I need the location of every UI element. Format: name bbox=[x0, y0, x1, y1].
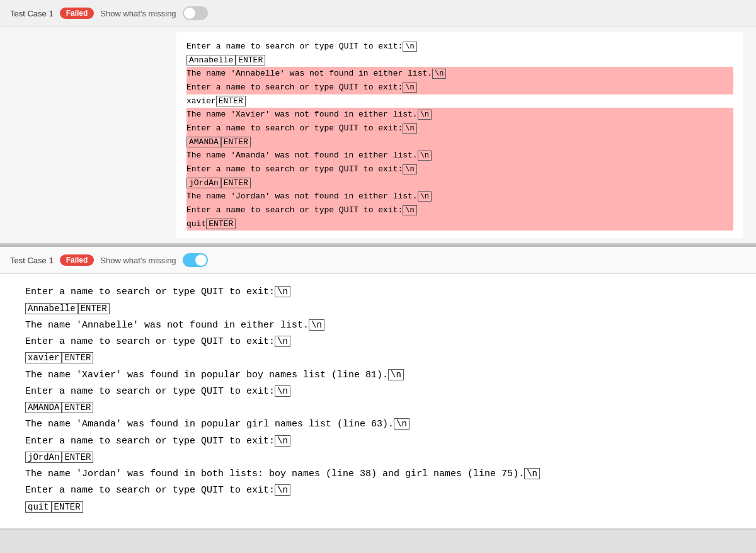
enter-3-top: ENTER bbox=[221, 137, 251, 147]
enter-5-top: ENTER bbox=[206, 219, 236, 229]
top-line-12: The name 'Jordan' was not found in eithe… bbox=[186, 190, 733, 203]
bottom-line-9: The name 'Amanda' was found in popular g… bbox=[25, 416, 731, 433]
top-line-1: Enter a name to search or type QUIT to e… bbox=[186, 40, 733, 54]
newline-bottom-4: \n bbox=[275, 336, 290, 347]
top-line-7: Enter a name to search or type QUIT to e… bbox=[186, 122, 733, 135]
newline-box-13: \n bbox=[403, 205, 416, 215]
bottom-line-12: The name 'Jordan' was found in both list… bbox=[25, 466, 731, 482]
newline-box-4: \n bbox=[403, 83, 416, 93]
bottom-line-5: xavierENTER bbox=[25, 350, 731, 367]
bottom-line-4: Enter a name to search or type QUIT to e… bbox=[25, 334, 731, 350]
bottom-line-2: AnnabelleENTER bbox=[25, 301, 731, 317]
newline-bottom-6: \n bbox=[388, 369, 404, 380]
bottom-panel: Test Case 1 Failed Show what's missing E… bbox=[0, 244, 756, 530]
top-line-3: The name 'Annabelle' was not found in ei… bbox=[186, 67, 733, 81]
enter-1-bottom: ENTER bbox=[78, 303, 110, 314]
top-test-case-label: Test Case 1 bbox=[10, 9, 54, 18]
top-line-6: The name 'Xavier' was not found in eithe… bbox=[186, 108, 733, 122]
newline-box-7: \n bbox=[403, 123, 416, 134]
bottom-line-11: jOrdAnENTER bbox=[25, 450, 731, 466]
top-line-10: Enter a name to search or type QUIT to e… bbox=[186, 162, 733, 176]
top-highlight-7: to search bbox=[250, 123, 294, 133]
top-line-8: AMANDAENTER bbox=[186, 135, 733, 149]
the-highlight-9: The bbox=[186, 151, 201, 160]
newline-bottom-7: \n bbox=[275, 385, 290, 397]
bottom-line-10: Enter a name to search or type QUIT to e… bbox=[25, 433, 731, 450]
enter-4-bottom: ENTER bbox=[62, 452, 93, 463]
newline-bottom-1: \n bbox=[275, 286, 290, 297]
bottom-panel-content: Enter a name to search or type QUIT to e… bbox=[0, 274, 756, 528]
bottom-line-13: Enter a name to search or type QUIT to e… bbox=[25, 482, 731, 499]
newline-box-10: \n bbox=[403, 164, 416, 174]
bottom-line-8: AMANDAENTER bbox=[25, 400, 731, 416]
bottom-line-3: The name 'Annabelle' was not found in ei… bbox=[25, 317, 731, 334]
top-panel: Test Case 1 Failed Show what's missing E… bbox=[0, 0, 756, 244]
newline-box-12: \n bbox=[418, 191, 432, 202]
top-panel-header: Test Case 1 Failed Show what's missing bbox=[0, 0, 756, 27]
newline-bottom-10: \n bbox=[275, 435, 290, 447]
bottom-line-14: quitENTER bbox=[25, 499, 731, 516]
newline-bottom-9: \n bbox=[394, 418, 410, 430]
xavier-input-bottom: xavier bbox=[25, 352, 62, 363]
top-failed-badge: Failed bbox=[60, 8, 94, 19]
enter-1-top: ENTER bbox=[236, 55, 265, 66]
top-line-5: xavierENTER bbox=[186, 94, 733, 108]
jordan-input-bottom: jOrdAn bbox=[25, 452, 62, 463]
newline-bottom-3: \n bbox=[309, 319, 324, 331]
top-show-missing-label: Show what's missing bbox=[100, 9, 176, 18]
top-line-13: Enter a name to search or type QUIT to e… bbox=[186, 203, 733, 217]
top-line-9: The name 'Amanda' was not found in eithe… bbox=[186, 149, 733, 162]
enter-3-bottom: ENTER bbox=[62, 402, 93, 413]
search-text-4: search bbox=[116, 336, 150, 347]
bottom-panel-header: Test Case 1 Failed Show what's missing bbox=[0, 246, 756, 274]
amanda-input-bottom: AMANDA bbox=[25, 402, 62, 413]
top-line-4: Enter a name to search or type QUIT to e… bbox=[186, 81, 733, 94]
top-toggle[interactable] bbox=[183, 6, 208, 20]
bottom-toggle[interactable] bbox=[183, 253, 208, 267]
bottom-line-6: The name 'Xavier' was found in popular b… bbox=[25, 367, 731, 384]
to-text-1: to bbox=[99, 287, 110, 297]
newline-box-9: \n bbox=[418, 151, 432, 161]
newline-box-1: \n bbox=[403, 42, 416, 52]
newline-bottom-12: \n bbox=[524, 468, 540, 479]
top-line-11: jOrdAnENTER bbox=[186, 176, 733, 190]
top-line-2: AnnabelleENTER bbox=[186, 54, 733, 67]
enter-5-bottom: ENTER bbox=[52, 501, 83, 513]
bottom-test-case-label: Test Case 1 bbox=[10, 256, 54, 265]
amanda-input-top: AMANDA bbox=[186, 137, 221, 147]
enter-2-bottom: ENTER bbox=[62, 352, 93, 363]
annabelle-input-bottom: Annabelle bbox=[25, 303, 78, 314]
bottom-line-1: Enter a name to search or type QUIT to e… bbox=[25, 284, 731, 300]
bottom-line-7: Enter a name to search or type QUIT to e… bbox=[25, 384, 731, 400]
bottom-show-missing-label: Show what's missing bbox=[100, 256, 176, 265]
newline-bottom-13: \n bbox=[275, 484, 290, 496]
enter-2-top: ENTER bbox=[216, 96, 246, 106]
top-panel-content: Enter a name to search or type QUIT to e… bbox=[176, 32, 743, 238]
newline-box-6: \n bbox=[418, 110, 432, 120]
newline-box-3: \n bbox=[432, 69, 446, 79]
quit-input-bottom: quit bbox=[25, 501, 52, 513]
top-line-14: quitENTER bbox=[186, 217, 733, 231]
annabelle-input-top: Annabelle bbox=[186, 55, 236, 66]
bottom-failed-badge: Failed bbox=[60, 254, 94, 266]
to-search-top: to search bbox=[250, 205, 294, 215]
enter-4-top: ENTER bbox=[221, 178, 251, 188]
the-highlight-12: The name bbox=[186, 191, 226, 201]
jordan-input-top: jOrdAn bbox=[186, 178, 221, 188]
